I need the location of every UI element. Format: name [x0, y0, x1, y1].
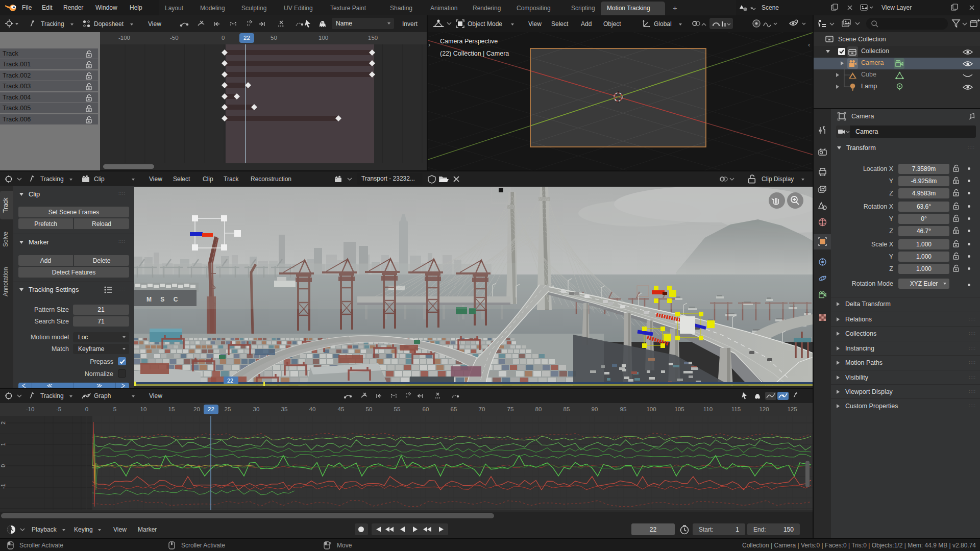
svg-text:22: 22	[227, 378, 233, 384]
